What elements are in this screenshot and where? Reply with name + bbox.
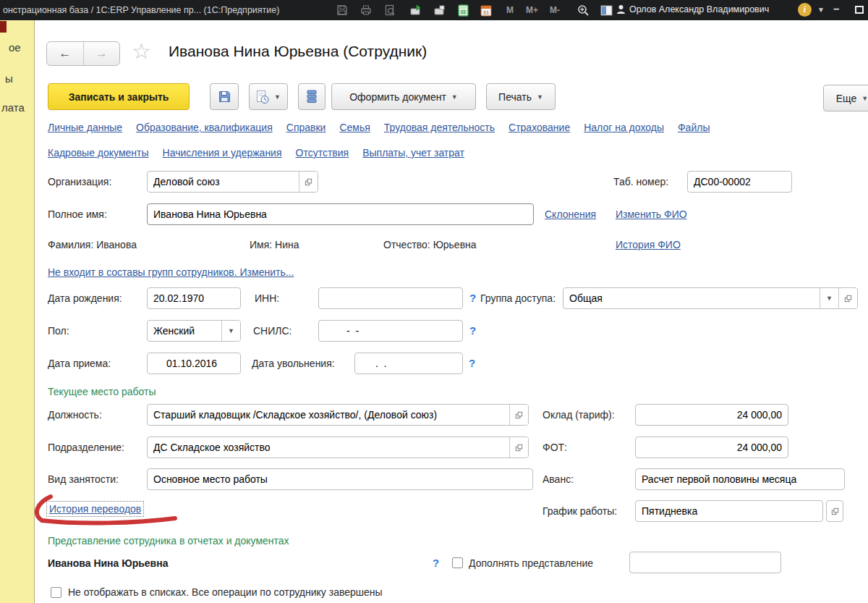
minimize-icon[interactable]: – xyxy=(833,2,839,14)
hire-date-label: Дата приема: xyxy=(48,353,111,374)
app-window-title: онстрационная база / 1С:ERP Управление п… xyxy=(3,5,279,15)
tab-family[interactable]: Семья xyxy=(339,122,370,133)
dropdown-caret-icon[interactable]: ▼ xyxy=(221,321,240,341)
more-button[interactable]: Еще ▼ xyxy=(823,85,868,111)
open-icon[interactable] xyxy=(509,437,528,457)
tab-education[interactable]: Образование, квалификация xyxy=(136,122,273,133)
preview-icon[interactable] xyxy=(382,4,398,17)
tab-accruals-deductions[interactable]: Начисления и удержания xyxy=(163,147,282,159)
save-button[interactable] xyxy=(210,83,239,110)
birth-date-field[interactable]: 20.02.1970 xyxy=(147,287,241,309)
print-button[interactable]: Печать ▼ xyxy=(486,83,556,110)
snils-field[interactable]: - - xyxy=(318,320,463,342)
sidebar-item-2[interactable]: лата xyxy=(1,101,25,114)
document-clock-icon xyxy=(256,90,269,104)
tab-certificates[interactable]: Справки xyxy=(286,122,326,133)
access-group-field[interactable]: Общая ▼ xyxy=(563,287,858,309)
floppy-icon xyxy=(218,90,231,104)
section-presentation: Представление сотрудника в отчетах и док… xyxy=(48,535,289,547)
position-value[interactable]: Старший кладовщик /Складское хозяйство/,… xyxy=(148,405,509,425)
help-icon[interactable]: ? xyxy=(433,552,439,574)
tab-income-tax[interactable]: Налог на доходы xyxy=(584,122,664,133)
declensions-link[interactable]: Склонения xyxy=(545,208,596,220)
titlebar-caret-icon[interactable]: ▼ xyxy=(817,6,825,14)
transfer-history-link[interactable]: История переводов xyxy=(46,501,144,517)
register-records-button[interactable] xyxy=(298,83,326,110)
current-user[interactable]: Орлов Александр Владимирович xyxy=(616,4,769,14)
calendar-day: 31 xyxy=(483,9,490,15)
organization-field[interactable]: Деловой союз xyxy=(147,171,318,193)
department-value[interactable]: ДС Складское хозяйство xyxy=(148,437,509,457)
print-icon[interactable] xyxy=(358,4,374,17)
dismissal-date-label: Дата увольнения: xyxy=(252,353,335,374)
full-name-field[interactable]: Иванова Нина Юрьевна xyxy=(147,203,534,225)
calendar-icon[interactable]: 31 xyxy=(478,4,494,17)
dropdown-caret-icon[interactable]: ▼ xyxy=(820,288,838,308)
access-group-value[interactable]: Общая xyxy=(563,288,820,308)
maximize-icon[interactable] xyxy=(855,6,864,14)
salary-label: Оклад (тариф): xyxy=(542,404,615,426)
open-icon[interactable] xyxy=(838,288,857,308)
sidebar-item-0[interactable]: ое xyxy=(9,41,21,54)
transfer-history-label: История переводов xyxy=(49,503,141,515)
inn-field[interactable] xyxy=(318,287,463,309)
gender-value[interactable]: Женский xyxy=(148,321,221,341)
tab-files[interactable]: Файлы xyxy=(678,122,710,133)
first-name-static: Имя: Нина xyxy=(250,239,299,250)
back-button[interactable]: ← xyxy=(47,42,83,65)
work-schedule-field[interactable]: Пятидневка xyxy=(635,500,823,522)
supplement-presentation-field[interactable] xyxy=(629,552,781,573)
employment-type-field[interactable]: Основное место работы xyxy=(147,468,533,490)
group-membership-link[interactable]: Не входит в составы групп сотрудников. И… xyxy=(48,266,294,278)
tab-work-activity[interactable]: Трудовая деятельность xyxy=(384,122,495,133)
advance-field[interactable]: Расчет первой половины месяца xyxy=(635,468,845,490)
user-icon xyxy=(616,4,626,14)
first-name-value: Нина xyxy=(275,239,299,250)
sidebar-item-1[interactable]: ы xyxy=(5,72,13,85)
memory-icon[interactable]: M xyxy=(506,5,514,15)
payroll-fund-field[interactable]: 24 000,00 xyxy=(635,437,788,458)
forward-button[interactable]: → xyxy=(83,42,120,65)
dropdown-caret-icon: ▼ xyxy=(861,95,868,102)
help-icon[interactable]: ? xyxy=(469,353,475,374)
create-based-on-button[interactable]: ▼ xyxy=(249,83,288,110)
organization-value[interactable]: Деловой союз xyxy=(148,172,299,192)
dropdown-caret-icon: ▼ xyxy=(451,93,458,101)
go-link-icon[interactable] xyxy=(432,4,448,17)
info-icon[interactable]: i xyxy=(798,3,812,17)
salary-field[interactable]: 24 000,00 xyxy=(635,404,788,426)
open-icon[interactable] xyxy=(826,500,843,522)
gender-select[interactable]: Женский ▼ xyxy=(147,320,241,342)
position-field[interactable]: Старший кладовщик /Складское хозяйство/,… xyxy=(147,404,529,426)
calculator-icon[interactable] xyxy=(455,4,471,17)
zoom-icon[interactable] xyxy=(575,4,591,17)
tab-insurance[interactable]: Страхование xyxy=(509,122,570,133)
supplement-presentation-checkbox[interactable] xyxy=(452,557,463,568)
tab-payments-costs[interactable]: Выплаты, учет затрат xyxy=(362,147,464,159)
titlebar: онстрационная база / 1С:ERP Управление п… xyxy=(0,0,868,20)
tab-hr-documents[interactable]: Кадровые документы xyxy=(48,147,149,159)
open-icon[interactable] xyxy=(299,172,318,192)
tab-number-field[interactable]: ДС00-00002 xyxy=(687,171,792,193)
hire-date-field[interactable]: 01.10.2016 xyxy=(147,353,241,374)
tab-personal-data[interactable]: Личные данные xyxy=(48,122,122,133)
save-and-close-button[interactable]: Записать и закрыть xyxy=(48,83,190,110)
dropdown-caret-icon: ▼ xyxy=(274,93,281,101)
department-field[interactable]: ДС Складское хозяйство xyxy=(147,437,529,458)
memory-plus-icon[interactable]: M+ xyxy=(526,5,538,15)
help-icon[interactable]: ? xyxy=(469,320,476,342)
dismissal-date-field[interactable]: . . xyxy=(354,353,463,374)
hide-in-lists-checkbox[interactable] xyxy=(51,587,61,598)
split-window-icon[interactable] xyxy=(598,4,614,17)
favorite-star-icon[interactable]: ☆ xyxy=(132,39,151,64)
copy-link-icon[interactable] xyxy=(408,4,424,17)
tab-absences[interactable]: Отсутствия xyxy=(296,147,349,159)
department-label: Подразделение: xyxy=(48,437,124,458)
make-document-button[interactable]: Оформить документ ▼ xyxy=(331,83,476,110)
fio-history-link[interactable]: История ФИО xyxy=(616,239,681,250)
change-fio-link[interactable]: Изменить ФИО xyxy=(616,208,687,220)
open-icon[interactable] xyxy=(509,405,528,425)
memory-minus-icon[interactable]: M- xyxy=(550,5,560,15)
help-icon[interactable]: ? xyxy=(469,287,476,309)
save-icon[interactable] xyxy=(334,4,350,17)
